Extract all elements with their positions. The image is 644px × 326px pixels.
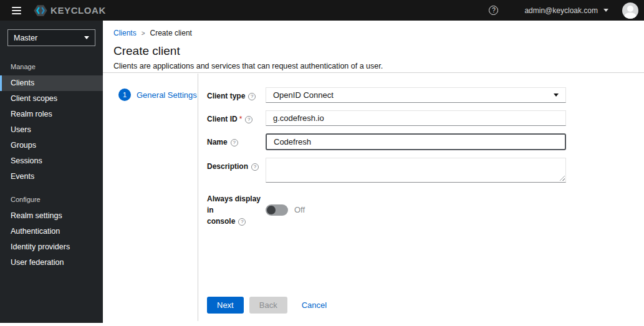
sidebar-item-sessions[interactable]: Sessions <box>0 153 103 169</box>
sidebar-item-groups[interactable]: Groups <box>0 138 103 153</box>
description-textarea[interactable] <box>266 158 566 183</box>
always-display-label: Always display in console? <box>207 190 266 227</box>
sidebar-item-clients[interactable]: Clients <box>0 75 103 91</box>
client-type-select[interactable]: OpenID Connect <box>266 87 566 103</box>
client-type-label: Client type? <box>207 87 266 103</box>
page-title: Create client <box>113 44 644 58</box>
help-icon[interactable]: ? <box>248 93 256 100</box>
chevron-down-icon <box>603 9 608 12</box>
cancel-button[interactable]: Cancel <box>299 297 329 314</box>
help-icon[interactable]: ? <box>251 163 259 171</box>
keycloak-hexagon-icon <box>34 4 47 17</box>
client-id-input[interactable] <box>266 110 566 126</box>
description-label: Description? <box>207 158 266 183</box>
chevron-down-icon <box>554 93 559 97</box>
name-row: Name? <box>207 133 644 150</box>
required-marker: * <box>239 115 243 123</box>
back-button[interactable]: Back <box>249 297 287 314</box>
realm-selector[interactable]: Master <box>7 29 95 46</box>
help-icon[interactable]: ? <box>245 116 252 123</box>
client-type-selected-value: OpenID Connect <box>273 90 334 100</box>
description-row: Description? <box>207 158 644 183</box>
user-email: admin@keycloak.com <box>524 6 598 15</box>
brand-name: KEYCLOAK <box>50 5 106 16</box>
next-button[interactable]: Next <box>207 297 244 314</box>
toggle-knob <box>267 206 276 214</box>
general-settings-form: Client type? OpenID Connect Client ID*? … <box>198 74 644 321</box>
sidebar-item-client-scopes[interactable]: Client scopes <box>0 91 103 107</box>
sidebar-item-identity-providers[interactable]: Identity providers <box>0 239 103 255</box>
keycloak-logo[interactable]: KEYCLOAK <box>34 4 106 17</box>
page-subtitle: Clients are applications and services th… <box>113 62 644 70</box>
name-input[interactable] <box>266 133 566 150</box>
client-type-row: Client type? OpenID Connect <box>207 87 644 103</box>
avatar-person-icon <box>627 6 633 12</box>
always-display-toggle[interactable] <box>266 204 288 216</box>
client-id-label: Client ID*? <box>207 110 266 126</box>
sidebar-item-realm-settings[interactable]: Realm settings <box>0 208 103 224</box>
client-id-row: Client ID*? <box>207 110 644 126</box>
hamburger-menu-icon[interactable] <box>12 7 21 14</box>
breadcrumb-current: Create client <box>150 29 192 37</box>
topbar-right-group: ? admin@keycloak.com <box>489 2 644 19</box>
sidebar-item-events[interactable]: Events <box>0 169 103 185</box>
wizard-steps-nav: 1 General Settings <box>103 74 198 321</box>
help-icon[interactable]: ? <box>238 218 246 226</box>
avatar[interactable] <box>622 2 638 19</box>
breadcrumb-separator-icon: > <box>142 30 145 37</box>
always-display-row: Always display in console? Off <box>207 190 644 227</box>
nav-section-configure: Configure <box>0 196 103 203</box>
sidebar-item-user-federation[interactable]: User federation <box>0 255 103 271</box>
wizard-actions: Next Back Cancel <box>207 297 329 314</box>
user-menu[interactable]: admin@keycloak.com <box>524 6 608 15</box>
top-bar: KEYCLOAK ? admin@keycloak.com <box>0 0 644 21</box>
help-icon[interactable]: ? <box>489 6 498 15</box>
sidebar: Master Manage Clients Client scopes Real… <box>0 21 103 323</box>
sidebar-item-users[interactable]: Users <box>0 122 103 138</box>
toggle-state-label: Off <box>294 205 305 214</box>
sidebar-item-realm-roles[interactable]: Realm roles <box>0 107 103 122</box>
nav-section-manage: Manage <box>0 63 103 70</box>
breadcrumb: Clients > Create client <box>113 29 644 37</box>
name-label: Name? <box>207 133 266 150</box>
step-label: General Settings <box>137 90 197 100</box>
sidebar-item-authentication[interactable]: Authentication <box>0 224 103 239</box>
wizard-step-general-settings[interactable]: 1 General Settings <box>118 89 198 101</box>
help-icon[interactable]: ? <box>231 139 238 146</box>
realm-selector-value: Master <box>14 34 37 42</box>
breadcrumb-link-clients[interactable]: Clients <box>113 29 137 37</box>
create-client-wizard: 1 General Settings Client type? OpenID C… <box>103 74 644 321</box>
chevron-down-icon <box>84 36 89 39</box>
step-number-badge: 1 <box>118 89 131 101</box>
page-header: Clients > Create client Create client Cl… <box>103 21 644 73</box>
